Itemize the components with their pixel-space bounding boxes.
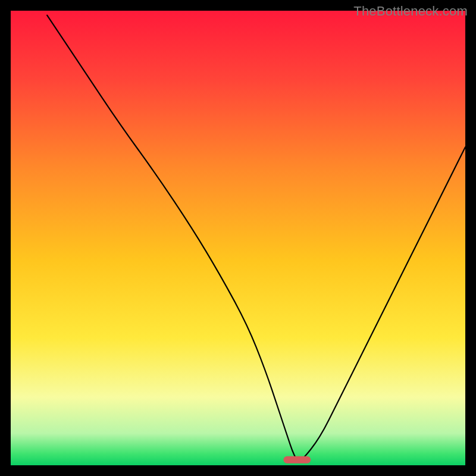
bottleneck-chart (0, 0, 476, 476)
optimum-marker (283, 456, 311, 464)
chart-frame: TheBottleneck.com (0, 0, 476, 476)
chart-background-gradient (11, 11, 465, 465)
watermark-text: TheBottleneck.com (353, 4, 468, 19)
